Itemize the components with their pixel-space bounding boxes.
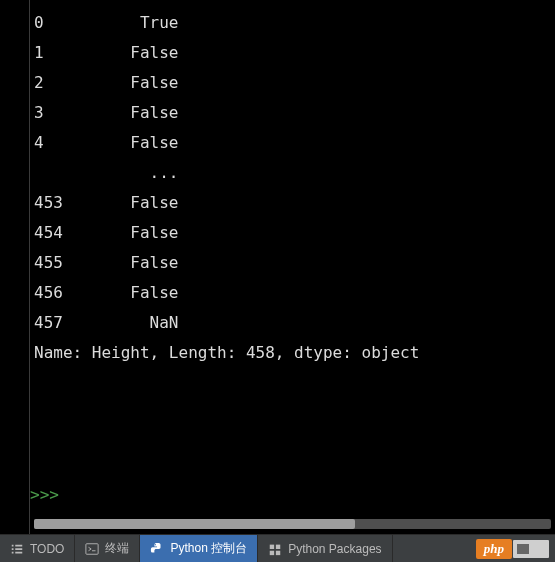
svg-rect-4 [270, 550, 274, 554]
brand-suffix-box [513, 540, 549, 558]
tab-todo[interactable]: TODO [0, 535, 75, 562]
packages-icon [268, 542, 282, 556]
editor-gutter [0, 0, 30, 534]
tab-label: TODO [30, 542, 64, 556]
svg-rect-3 [276, 544, 280, 548]
tab-label: Python Packages [288, 542, 381, 556]
svg-rect-5 [276, 550, 280, 554]
svg-rect-0 [86, 543, 98, 554]
tab-label: 终端 [105, 540, 129, 557]
repl-prompt[interactable]: >>> [30, 480, 59, 510]
scrollbar-track[interactable] [34, 519, 551, 529]
tab-label: Python 控制台 [170, 540, 247, 557]
bottom-toolbar: TODO 终端 Python 控制台 Python Packages php [0, 534, 555, 562]
list-icon [10, 542, 24, 556]
terminal-icon [85, 542, 99, 556]
tab-python-packages[interactable]: Python Packages [258, 535, 392, 562]
svg-point-1 [155, 543, 156, 544]
brand-logo: php [476, 535, 555, 562]
console-area: 0 True 1 False 2 False 3 False 4 False .… [0, 0, 555, 534]
tab-python-console[interactable]: Python 控制台 [140, 535, 258, 562]
python-icon [150, 542, 164, 556]
terminal-output[interactable]: 0 True 1 False 2 False 3 False 4 False .… [30, 0, 555, 480]
tab-terminal[interactable]: 终端 [75, 535, 140, 562]
horizontal-scrollbar[interactable] [34, 518, 551, 530]
scrollbar-thumb[interactable] [34, 519, 355, 529]
svg-rect-2 [270, 544, 274, 548]
brand-text: php [476, 539, 512, 559]
